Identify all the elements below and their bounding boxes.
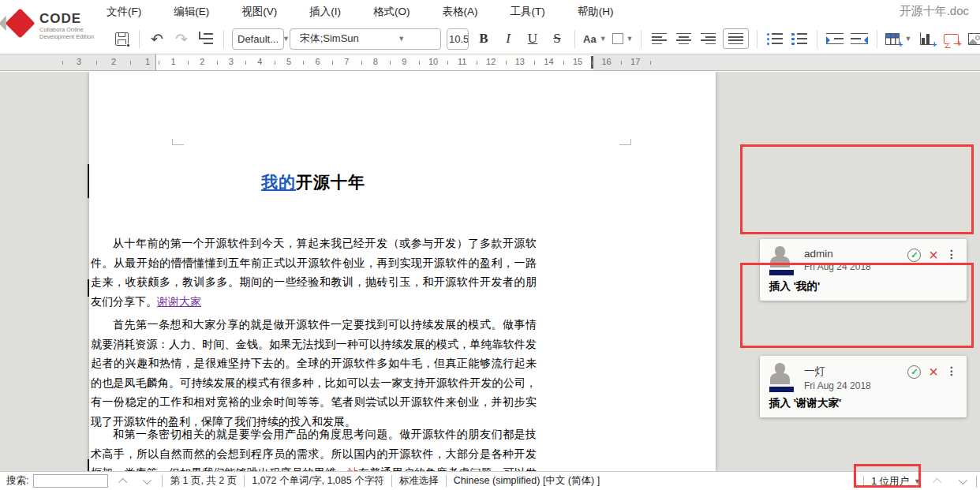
change-bar bbox=[88, 279, 89, 297]
align-justify-button[interactable] bbox=[723, 28, 749, 49]
scroll-next-button[interactable] bbox=[959, 476, 965, 487]
menu-help[interactable]: 帮助(H) bbox=[578, 5, 614, 19]
paragraph-3: 和第一条密切相关的就是要学会用产品的角度思考问题。做开源软件的朋友们都是技 术高… bbox=[91, 425, 537, 471]
align-left-button[interactable] bbox=[649, 28, 668, 49]
toolbar: ↶ ↷ Default...▼ 宋体;SimSun▼ 10.5 B I U S … bbox=[112, 24, 980, 53]
logo-subtitle-1: Collabora Online bbox=[39, 26, 94, 33]
strikethrough-button[interactable]: S bbox=[548, 28, 567, 49]
insert-table-button[interactable]: +▼ bbox=[885, 28, 911, 49]
document-title: 开源十年.doc bbox=[900, 4, 969, 19]
color-box-icon bbox=[612, 33, 623, 44]
change-bar bbox=[88, 164, 89, 198]
track-changes-icon bbox=[199, 33, 213, 44]
comment-author: admin bbox=[804, 248, 907, 260]
comment-date: Fri Aug 24 2018 bbox=[804, 380, 907, 391]
text-line: 起者的兴趣和热情，是很难坚持下去的。全球的开源软件多如牛毛，但真正能够流行起来 bbox=[91, 353, 537, 373]
accept-change-icon[interactable]: ✓ bbox=[907, 365, 921, 379]
bullet-list-button[interactable] bbox=[765, 28, 784, 49]
comment-card-admin[interactable]: admin Fri Aug 24 2018 ✓ × ⋮ 插入 '我的' bbox=[760, 239, 967, 301]
ruler-number: 4 bbox=[257, 57, 262, 66]
selection-mode-status[interactable]: 标准选择 bbox=[399, 474, 439, 488]
insert-image-button[interactable] bbox=[966, 28, 980, 49]
reject-change-icon[interactable]: × bbox=[929, 249, 938, 261]
menu-tools[interactable]: 工具(T) bbox=[511, 5, 545, 19]
comment-author: 一灯 bbox=[804, 365, 907, 379]
ruler-number: 5 bbox=[286, 57, 291, 66]
search-input[interactable] bbox=[33, 474, 108, 488]
insert-chart-button[interactable]: + bbox=[917, 28, 936, 49]
track-changes-button[interactable] bbox=[196, 28, 215, 49]
decrease-indent-button[interactable] bbox=[850, 28, 869, 49]
menu-view[interactable]: 视图(V) bbox=[241, 5, 277, 19]
comment-menu-icon[interactable]: ⋮ bbox=[946, 365, 957, 377]
decrease-indent-icon bbox=[851, 33, 868, 45]
bold-button[interactable]: B bbox=[474, 28, 493, 49]
ruler-number: 10 bbox=[428, 57, 438, 66]
logo-diamond-icon bbox=[5, 8, 35, 38]
scroll-prev-button[interactable] bbox=[935, 476, 941, 487]
avatar bbox=[769, 363, 796, 393]
highlight-color-button[interactable]: ▼ bbox=[612, 28, 634, 49]
paragraph-1: 从十年前的第一个开源软件到今天，算起来我已经开发（或参与开发）了多款开源软 件。… bbox=[91, 234, 537, 311]
search-next-button[interactable] bbox=[143, 476, 149, 487]
user-list-button[interactable]: 1 位用户▼ bbox=[871, 475, 921, 488]
insert-comment-icon: + bbox=[944, 34, 959, 44]
numbered-list-button[interactable] bbox=[790, 28, 809, 49]
comment-card-yideng[interactable]: 一灯 Fri Aug 24 2018 ✓ × ⋮ 插入 '谢谢大家' bbox=[760, 356, 967, 417]
align-right-button[interactable] bbox=[698, 28, 717, 49]
underline-button[interactable]: U bbox=[523, 28, 542, 49]
menu-format[interactable]: 格式(O) bbox=[373, 5, 410, 19]
comment-menu-icon[interactable]: ⋮ bbox=[946, 249, 957, 260]
insert-chart-icon: + bbox=[920, 32, 933, 45]
change-bar bbox=[88, 459, 89, 471]
ruler-number: 6 bbox=[316, 57, 320, 66]
text-line: 友们分享下。谢谢大家 bbox=[91, 292, 537, 312]
annotation-rect-comment-1 bbox=[740, 144, 974, 234]
chevron-up-icon bbox=[118, 477, 127, 486]
save-button[interactable] bbox=[112, 28, 131, 49]
chevron-down-icon: ▼ bbox=[914, 477, 921, 485]
ruler[interactable]: 3211234567891011121314151617 bbox=[0, 54, 980, 71]
search-prev-button[interactable] bbox=[121, 476, 127, 487]
comment-text: 插入 '我的' bbox=[769, 279, 957, 294]
word-count-status[interactable]: 1,072 个单词/字, 1,085 个字符 bbox=[252, 474, 383, 488]
align-justify-icon bbox=[728, 33, 743, 45]
increase-indent-icon bbox=[826, 33, 843, 45]
text-line: 件。从最开始的懵懵懂懂到五年前正式以开源软件创业，再到实现开源软件的盈利，一路 bbox=[91, 253, 537, 273]
text-line: 术高手，所以自然而然的会想到程序员的需求。所以国内的开源软件，大部分是各种开发 bbox=[91, 444, 537, 464]
search-label: 搜索: bbox=[6, 474, 28, 488]
doc-heading: 我的开源十年 bbox=[91, 171, 536, 193]
font-name-select[interactable]: 宋体;SimSun▼ bbox=[290, 28, 441, 50]
menu-edit[interactable]: 编辑(E) bbox=[174, 5, 209, 19]
language-status[interactable]: Chinese (simplified) [中文 (简体) ] bbox=[454, 474, 600, 488]
font-size-input[interactable]: 10.5 bbox=[447, 28, 469, 50]
text-line: 就要消耗资源：人力、时间、金钱。如果无法找到一种可以持续发展的模式，单纯靠软件发 bbox=[91, 335, 537, 354]
accept-change-icon[interactable]: ✓ bbox=[907, 249, 921, 262]
insert-comment-button[interactable]: + bbox=[941, 28, 960, 49]
redo-button[interactable]: ↷ bbox=[172, 28, 191, 49]
tracked-insertion-blue: 我的 bbox=[261, 173, 296, 191]
align-center-button[interactable] bbox=[674, 28, 693, 49]
paragraph-2: 首先第一条想和大家分享的就是做开源软件一定要找到可以持续发展的模式。做事情 就要… bbox=[91, 315, 537, 431]
ruler-number: 12 bbox=[486, 57, 496, 66]
italic-button[interactable]: I bbox=[499, 28, 518, 49]
menu-insert[interactable]: 插入(I) bbox=[309, 5, 341, 19]
ruler-number: 9 bbox=[402, 57, 406, 66]
menu-file[interactable]: 文件(F) bbox=[107, 5, 141, 19]
undo-button[interactable]: ↶ bbox=[148, 28, 166, 49]
document-canvas: 我的开源十年 从十年前的第一个开源软件到今天，算起来我已经开发（或参与开发）了多… bbox=[0, 72, 980, 471]
increase-indent-button[interactable] bbox=[825, 28, 844, 49]
redo-icon: ↷ bbox=[175, 32, 188, 47]
ruler-number: 13 bbox=[515, 57, 525, 66]
margin-corner-top-left bbox=[172, 139, 184, 145]
text-line: 从十年前的第一个开源软件到今天，算起来我已经开发（或参与开发）了多款开源软 bbox=[91, 234, 537, 253]
menu-table[interactable]: 表格(A) bbox=[443, 5, 478, 19]
character-case-button[interactable]: Aa▼ bbox=[583, 28, 607, 49]
comment-date: Fri Aug 24 2018 bbox=[804, 261, 907, 272]
chevron-down-icon bbox=[959, 476, 967, 484]
page-number-status[interactable]: 第 1 页, 共 2 页 bbox=[170, 474, 237, 488]
reject-change-icon[interactable]: × bbox=[929, 365, 938, 378]
numbered-list-icon bbox=[791, 33, 807, 45]
tracked-insertion-purple: 谢谢大家 bbox=[157, 295, 201, 308]
paragraph-style-select[interactable]: Default...▼ bbox=[232, 28, 284, 50]
